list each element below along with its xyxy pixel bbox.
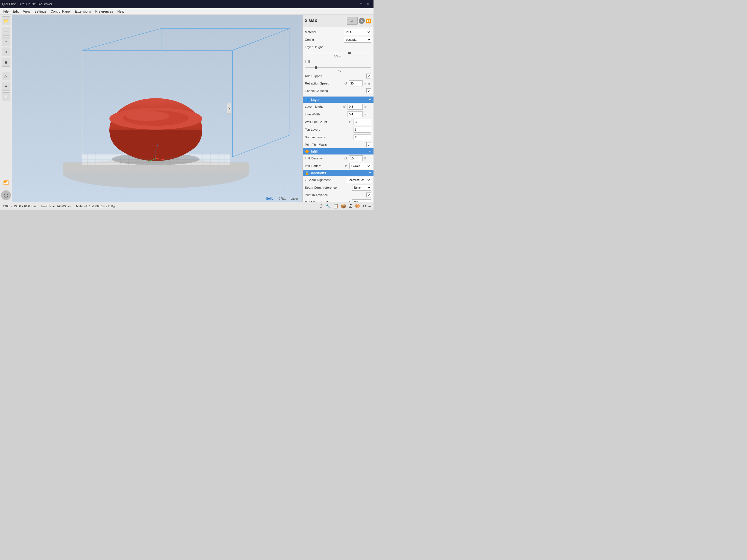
support-tool[interactable]: △ [2, 72, 10, 80]
menu-control-panel[interactable]: Control Panel [48, 9, 73, 14]
infill-density-reset[interactable]: ↺ [343, 156, 348, 160]
view-layer-button[interactable]: Layer [289, 196, 299, 201]
config-dropdown[interactable]: best pla [344, 36, 371, 43]
main-area: 📁 ✛ ↔ ↺ ⊟ △ ≡ ⊞ 📶 ◯ [0, 15, 374, 202]
menu-edit[interactable]: Edit [11, 9, 21, 14]
bottom-layers-input[interactable] [354, 134, 371, 140]
retraction-speed-reset[interactable]: ↺ [343, 81, 348, 85]
retraction-speed-row: Retraction Speed ↺ mm/s [303, 80, 374, 87]
infill-section-icon: 🔶 [305, 149, 309, 153]
printer-name: X-MAX [305, 19, 317, 23]
build-pla-sion-type-dropdown[interactable]: Skirt [352, 199, 371, 202]
view-solid-button[interactable]: Solid [265, 196, 275, 201]
bottom-icon-5[interactable]: 🖨 [349, 203, 353, 209]
dimensions-text: 190.0 x 190.0 x 61.0 mm [3, 205, 36, 208]
infill-section-fields: Infill Density ↺ % Infill Pattern ↺ Gyro… [303, 154, 374, 170]
menu-settings[interactable]: Settings [32, 9, 48, 14]
line-width-input[interactable] [347, 111, 363, 117]
view-mode-buttons: Solid X-Ray Layer [265, 196, 299, 201]
infill-section-header[interactable]: 🔶 Infill ▼ [303, 148, 374, 154]
svg-text:Z: Z [156, 145, 158, 148]
print-thin-walls-checkbox[interactable]: ✓ [366, 142, 371, 147]
layer-section-title: Layer [311, 98, 319, 102]
top-layers-label: Top Layers [305, 128, 354, 131]
add-support-label: Add Support [305, 74, 366, 78]
minimize-button[interactable]: ─ [351, 2, 357, 6]
top-layers-input[interactable] [354, 127, 371, 133]
menu-extensions[interactable]: Extensions [73, 9, 93, 14]
bottom-bar: 190.0 x 190.0 x 61.0 mm Print Time: 14h … [0, 202, 374, 210]
menu-help[interactable]: Help [115, 9, 126, 14]
additions-section-header[interactable]: 🔒 Additions ▼ [303, 170, 374, 176]
infill-pattern-dropdown[interactable]: Gyroid [350, 163, 371, 169]
bottom-layers-row: Bottom Layers [303, 133, 374, 141]
print-in-advance-row: Print In Advance ✓ [303, 192, 374, 199]
retraction-speed-input[interactable] [349, 80, 363, 86]
open-file-tool[interactable]: 📁 [2, 17, 10, 25]
menu-preferences[interactable]: Preferences [93, 9, 115, 14]
z-seam-alignment-dropdown[interactable]: Sharpest Cor... [346, 177, 371, 183]
layer-height-field-label: Layer Height [305, 105, 342, 108]
3d-viewport[interactable]: Z + Y ❯ Solid X-Ray Layer [12, 15, 302, 202]
seam-corn-reference-dropdown[interactable]: None [352, 184, 371, 190]
print-thin-walls-label: Print Thin Walls [305, 143, 366, 146]
line-width-row: Line Width mm [303, 110, 374, 118]
top-layers-row: Top Layers [303, 126, 374, 133]
infill-slider[interactable]: 10% [303, 65, 374, 73]
infill-section-collapse: ▼ [368, 150, 371, 153]
maximize-button[interactable]: □ [358, 2, 364, 6]
bottom-icon-3[interactable]: 📋 [333, 203, 338, 209]
bottom-icon-6[interactable]: 🎨 [355, 203, 360, 209]
close-button[interactable]: ✕ [365, 2, 371, 6]
right-panel: X-MAX 🖨 X ⏩ Material PLA [302, 15, 374, 202]
svg-point-36 [126, 111, 170, 121]
layer-section-fields: Layer Height ↺ mm Line Width mm Wall Lin… [303, 103, 374, 148]
print-time-text: Print Time: 14h 09min [41, 205, 71, 208]
bottom-icon-4[interactable]: 📦 [341, 203, 346, 209]
basic-settings: Material PLA Config best pla Layer H [303, 27, 374, 96]
layer-height-slider-value: 0.3mm [305, 55, 371, 58]
wall-line-count-input[interactable] [354, 119, 371, 125]
mirror-tool[interactable]: ⊟ [2, 58, 10, 67]
bottom-icon-1[interactable]: ⬡ [319, 203, 323, 209]
additions-section-collapse: ▼ [368, 172, 371, 175]
enable-coasting-checkbox[interactable]: ✓ [366, 88, 371, 93]
bottom-layers-label: Bottom Layers [305, 136, 354, 139]
menu-file[interactable]: File [1, 9, 11, 14]
add-support-checkbox[interactable]: ✓ [366, 74, 371, 78]
print-in-advance-checkbox[interactable]: ✓ [366, 193, 371, 198]
layer-height-slider[interactable]: 0.3mm [303, 51, 374, 58]
bottom-icon-8[interactable]: ≡ [368, 203, 371, 209]
nav-circle[interactable]: ◯ [1, 190, 11, 200]
layer-height-field-row: Layer Height ↺ mm [303, 103, 374, 110]
infill-pattern-reset[interactable]: ↺ [344, 164, 349, 168]
bottom-view-btns: ⬡ 🔧 📋 📦 🖨 🎨 ✂ ≡ [319, 203, 371, 209]
merge-tool[interactable]: ⊞ [2, 93, 10, 101]
rotate-tool[interactable]: ↺ [2, 48, 10, 56]
material-label: Material [305, 30, 344, 34]
scale-tool[interactable]: ↔ [2, 37, 10, 46]
material-dropdown[interactable]: PLA [344, 29, 371, 35]
material-cost-text: Material Cost: 86.61m / 258g [76, 205, 114, 208]
move-tool[interactable]: ✛ [2, 27, 10, 35]
wall-line-count-reset[interactable]: ↺ [348, 120, 353, 124]
layer-height-reset[interactable]: ↺ [342, 104, 346, 109]
print-in-advance-label: Print In Advance [305, 193, 366, 197]
infill-density-input[interactable] [349, 155, 363, 161]
infill-density-label: Infill Density [305, 157, 343, 160]
title-bar-text: Qidi Print - Bird_House_Big_cover [2, 2, 52, 6]
print-thin-walls-row: Print Thin Walls ✓ [303, 141, 374, 148]
printer-skip-button[interactable]: ⏩ [366, 18, 371, 24]
menu-view[interactable]: View [21, 9, 32, 14]
build-pla-sion-type-reset[interactable]: ↺ [347, 200, 351, 202]
viewport-svg: Z + Y [12, 15, 302, 202]
layer-section-header[interactable]: 🔷 Layer ▼ [303, 97, 374, 103]
z-seam-alignment-row: Z Seam Alignment Sharpest Cor... [303, 176, 374, 184]
bottom-icon-7[interactable]: ✂ [363, 203, 366, 209]
line-width-label: Line Width [305, 113, 347, 116]
layer-height-field-input[interactable] [347, 104, 363, 110]
panel-toggle-button[interactable]: ❯ [227, 103, 231, 114]
bottom-icon-2[interactable]: 🔧 [325, 203, 331, 209]
layer-tool[interactable]: ≡ [2, 82, 10, 91]
view-xray-button[interactable]: X-Ray [277, 196, 287, 201]
